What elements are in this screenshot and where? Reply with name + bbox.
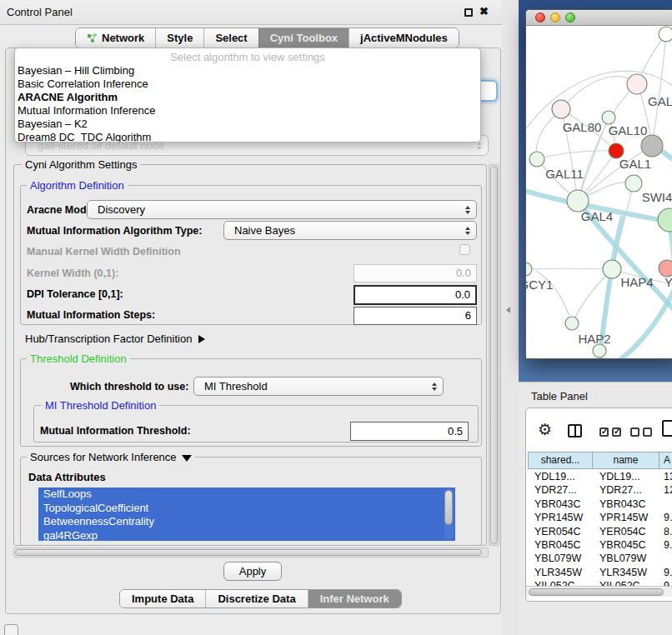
algorithm-option[interactable]: Bayesian – Hill Climbing bbox=[15, 64, 480, 78]
tab-style[interactable]: Style bbox=[155, 28, 203, 48]
cell-value: 9. bbox=[659, 511, 672, 524]
tab-jactivemnodules-label: jActiveMNodules bbox=[360, 28, 448, 48]
cell-shared-name: YER054C bbox=[528, 525, 593, 538]
network-node-label: GAL11 bbox=[545, 167, 584, 181]
mi-type-select[interactable]: Naive Bayes bbox=[223, 221, 477, 240]
scrollbar-thumb[interactable] bbox=[444, 490, 453, 525]
network-node[interactable] bbox=[641, 135, 663, 157]
mi-steps-label: Mutual Information Steps: bbox=[27, 309, 155, 321]
network-node[interactable] bbox=[603, 260, 621, 278]
tab-discretize-data[interactable]: Discretize Data bbox=[205, 590, 307, 608]
sources-title-text: Sources for Network Inference bbox=[30, 451, 177, 463]
algorithm-dropdown-popup: Select algorithm to view settings Bayesi… bbox=[14, 48, 481, 142]
table-row[interactable]: YER054C YER054C 8. bbox=[528, 525, 672, 538]
scrollbar-thumb[interactable] bbox=[529, 588, 664, 596]
tab-network[interactable]: Network bbox=[76, 28, 155, 48]
table-row[interactable]: YDL19... YDL19... 13 bbox=[528, 470, 672, 483]
which-threshold-select[interactable]: MI Threshold bbox=[193, 377, 444, 396]
network-node[interactable] bbox=[529, 152, 544, 167]
data-attribute-item[interactable]: TopologicalCoefficient bbox=[38, 502, 455, 516]
select-all-checkbox-icon[interactable] bbox=[599, 428, 609, 437]
minimize-traffic-light[interactable] bbox=[550, 12, 560, 22]
manual-kernel-checkbox[interactable] bbox=[459, 244, 470, 255]
network-node[interactable] bbox=[627, 74, 647, 94]
network-node[interactable] bbox=[593, 344, 606, 358]
column-header[interactable]: name bbox=[593, 452, 659, 469]
hub-definition-expander[interactable]: Hub/Transcription Factor Definition bbox=[25, 332, 205, 345]
table-settings-gear-icon[interactable]: ⚙ bbox=[538, 422, 552, 438]
network-node[interactable] bbox=[526, 262, 532, 276]
tab-select[interactable]: Select bbox=[203, 28, 258, 48]
select-all-checkbox-icon[interactable] bbox=[612, 428, 621, 437]
data-attribute-item[interactable]: BetweennessCentrality bbox=[38, 515, 455, 529]
float-window-icon[interactable] bbox=[464, 8, 473, 17]
data-attribute-item[interactable]: SelfLoops bbox=[38, 488, 455, 502]
collapse-arrow-icon bbox=[182, 455, 192, 462]
cell-name: YDR27... bbox=[593, 483, 659, 497]
table-row[interactable]: YBR045C YBR045C 9. bbox=[528, 538, 672, 552]
algorithm-option-list: Bayesian – Hill Climbing Basic Correlati… bbox=[15, 64, 480, 142]
table-row[interactable]: YDR27... YDR27... 12 bbox=[528, 483, 672, 497]
algorithm-option-label: ARACNE Algorithm bbox=[18, 91, 118, 103]
deselect-all-checkbox-icon[interactable] bbox=[643, 428, 652, 437]
table-row[interactable]: YBL079W YBL079W bbox=[528, 552, 672, 565]
scrollbar-thumb[interactable] bbox=[15, 549, 482, 556]
algorithm-option[interactable]: Mutual Information Inference bbox=[15, 104, 480, 118]
attribute-list-scrollbar[interactable] bbox=[444, 488, 454, 540]
network-node[interactable] bbox=[565, 317, 579, 330]
data-attribute-item[interactable]: gal4RGexp bbox=[38, 529, 455, 542]
dpi-tolerance-field[interactable]: 0.0 bbox=[354, 285, 477, 305]
column-browser-icon[interactable] bbox=[568, 424, 582, 438]
table-row[interactable]: YIL052C YIL052C 9 bbox=[528, 579, 672, 586]
deselect-all-checkbox-icon[interactable] bbox=[630, 428, 639, 437]
mi-threshold-field[interactable]: 0.5 bbox=[350, 422, 469, 441]
column-header[interactable]: A bbox=[659, 452, 672, 469]
splitter-collapse-icon[interactable] bbox=[506, 307, 510, 313]
network-node[interactable] bbox=[552, 100, 570, 118]
cell-shared-name: YIL052C bbox=[528, 579, 593, 586]
table-row[interactable]: YLR345W YLR345W 9. bbox=[528, 566, 672, 579]
table-row[interactable]: YPR145W YPR145W 9. bbox=[528, 511, 672, 524]
aracne-mode-select[interactable]: Discovery bbox=[87, 200, 477, 219]
tab-jactivemnodules[interactable]: jActiveMNodules bbox=[349, 28, 459, 48]
sources-group-title[interactable]: Sources for Network Inference bbox=[27, 451, 195, 463]
network-node[interactable] bbox=[659, 260, 672, 277]
tab-impute-data[interactable]: Impute Data bbox=[120, 590, 205, 608]
network-node[interactable] bbox=[602, 111, 615, 124]
column-header[interactable]: shared... bbox=[528, 452, 593, 469]
cell-shared-name: YPR145W bbox=[528, 511, 593, 524]
scrollbar-thumb[interactable] bbox=[490, 166, 498, 544]
close-traffic-light[interactable] bbox=[535, 12, 545, 22]
table-horizontal-scrollbar[interactable] bbox=[526, 586, 672, 597]
dock-panel-icon[interactable] bbox=[4, 624, 18, 635]
mi-steps-field[interactable]: 6 bbox=[354, 307, 477, 325]
export-table-icon[interactable] bbox=[662, 420, 672, 437]
mi-threshold-label: Mutual Information Threshold: bbox=[40, 425, 191, 437]
panel-splitter[interactable] bbox=[502, 0, 519, 635]
stepper-icon bbox=[465, 227, 470, 235]
network-node[interactable] bbox=[625, 175, 642, 192]
algorithm-option[interactable]: ARACNE Algorithm bbox=[15, 91, 480, 104]
algorithm-option-label: Basic Correlation Inference bbox=[18, 78, 148, 90]
network-window-titlebar[interactable] bbox=[526, 10, 672, 26]
mi-type-label: Mutual Information Algorithm Type: bbox=[27, 225, 202, 237]
network-node[interactable] bbox=[659, 27, 672, 42]
zoom-traffic-light[interactable] bbox=[565, 12, 575, 22]
tab-cyni-toolbox[interactable]: Cyni Toolbox bbox=[258, 28, 349, 48]
network-node[interactable] bbox=[658, 208, 672, 232]
network-view[interactable]: GALGAL80GAL10GAL1GAL11SWI4GAL4GCY1HAP4YH… bbox=[526, 26, 672, 358]
tab-infer-network[interactable]: Infer Network bbox=[308, 590, 401, 608]
table-row[interactable]: YBR043C YBR043C bbox=[528, 498, 672, 511]
settings-vertical-scrollbar[interactable] bbox=[489, 164, 499, 546]
network-node-label: HAP2 bbox=[578, 332, 610, 346]
network-canvas: GALGAL80GAL10GAL1GAL11SWI4GAL4GCY1HAP4YH… bbox=[526, 26, 672, 358]
settings-horizontal-scrollbar[interactable] bbox=[13, 548, 489, 558]
algorithm-option[interactable]: Bayesian – K2 bbox=[15, 118, 480, 131]
apply-button[interactable]: Apply bbox=[223, 562, 282, 581]
algorithm-option[interactable]: Basic Correlation Inference bbox=[15, 78, 480, 91]
kernel-width-field[interactable]: 0.0 bbox=[354, 264, 477, 282]
algorithm-option[interactable]: Dream8 DC_TDC Algorithm bbox=[15, 131, 480, 142]
close-icon[interactable]: ✖ bbox=[479, 5, 489, 18]
cell-value: 9. bbox=[659, 538, 672, 552]
data-attribute-label: SelfLoops bbox=[43, 488, 92, 500]
